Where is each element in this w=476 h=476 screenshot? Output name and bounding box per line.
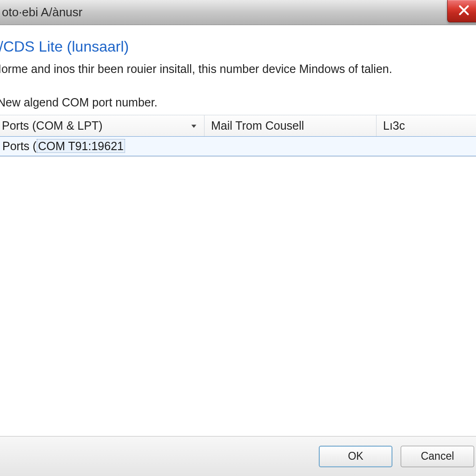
column-header-label: Ports (COM & LPT)	[2, 119, 103, 132]
column-header-l3c[interactable]: Lı3c	[377, 115, 476, 137]
list-header: Ports (COM & LPT) Mail Trom Cousell Lı3c	[0, 115, 476, 137]
column-header-ports[interactable]: Ports (COM & LPT)	[0, 115, 205, 137]
list-empty-area	[0, 157, 476, 436]
port-listview: Ports (COM & LPT) Mail Trom Cousell Lı3c…	[0, 115, 476, 157]
row-label-prefix: Ports (	[2, 139, 37, 152]
dialog-window: oto·ebi A/ànusr /CDS Lite (lunsaarl) Ior…	[0, 0, 476, 476]
column-header-mail[interactable]: Mail Trom Cousell	[205, 115, 377, 137]
dialog-footer: OK Cancel	[0, 436, 476, 476]
cancel-button[interactable]: Cancel	[401, 446, 474, 467]
titlebar[interactable]: oto·ebi A/ànusr	[0, 0, 476, 25]
list-row[interactable]: Ports (COM T91:19621	[0, 136, 476, 156]
list-cell-port: Ports (COM T91:19621	[0, 137, 205, 156]
column-header-label: Mail Trom Cousell	[211, 119, 304, 132]
dialog-subheading: New algend COM port number.	[0, 96, 476, 115]
row-editable-value[interactable]: COM T91:19621	[37, 139, 125, 153]
dialog-heading: /CDS Lite (lunsaarl)	[0, 38, 476, 61]
close-icon	[458, 4, 470, 18]
dialog-description: Iorme and inos thir been rouier insitall…	[0, 61, 476, 96]
chevron-down-icon	[190, 119, 198, 132]
window-title: oto·ebi A/ànusr	[2, 5, 82, 20]
close-button[interactable]	[447, 0, 476, 22]
column-header-label: Lı3c	[383, 119, 405, 132]
ok-button[interactable]: OK	[319, 446, 392, 467]
dialog-body: /CDS Lite (lunsaarl) Iorme and inos thir…	[0, 25, 476, 436]
